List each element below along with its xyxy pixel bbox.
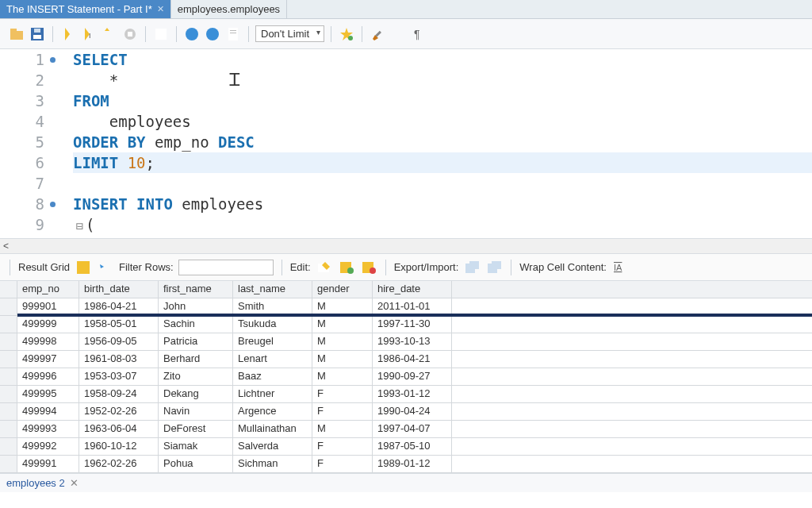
row-selector[interactable] — [0, 438, 17, 455]
edit-row-icon[interactable] — [316, 259, 333, 276]
table-cell[interactable]: Siamak — [159, 438, 233, 455]
word-wrap-icon[interactable] — [431, 25, 448, 43]
table-cell[interactable]: 1986-04-21 — [373, 351, 452, 368]
table-cell[interactable]: Zito — [159, 368, 233, 385]
table-cell[interactable]: Lichtner — [233, 386, 312, 402]
result-grid[interactable]: emp_nobirth_datefirst_namelast_namegende… — [0, 281, 812, 473]
table-cell[interactable]: Lenart — [233, 351, 312, 368]
table-cell[interactable]: 1952-02-26 — [79, 403, 159, 420]
row-selector[interactable] — [0, 351, 17, 368]
rollback-icon[interactable] — [204, 25, 221, 43]
table-cell[interactable]: 499996 — [17, 368, 79, 385]
grid-view-icon[interactable] — [75, 259, 92, 276]
refresh-icon[interactable] — [97, 259, 114, 276]
limit-rows-select[interactable]: Don't Limit — [255, 25, 324, 42]
row-selector[interactable] — [0, 298, 17, 315]
table-row[interactable]: 4999931963-06-04DeForestMullainathanM199… — [0, 421, 812, 438]
row-selector[interactable] — [0, 386, 17, 402]
editor-hscrollbar[interactable]: < — [0, 238, 812, 254]
table-cell[interactable]: 499997 — [17, 351, 79, 368]
table-cell[interactable]: 1997-11-30 — [373, 316, 452, 333]
code-line[interactable] — [73, 173, 812, 194]
table-cell[interactable]: DeForest — [159, 421, 233, 437]
table-cell[interactable]: Baaz — [233, 368, 312, 385]
row-selector[interactable] — [0, 403, 17, 420]
open-file-icon[interactable] — [8, 25, 25, 43]
row-selector[interactable] — [0, 333, 17, 350]
execute-icon[interactable] — [59, 25, 77, 43]
table-cell[interactable]: Salverda — [233, 438, 312, 455]
table-cell[interactable]: 499993 — [17, 421, 79, 437]
table-cell[interactable]: M — [312, 333, 373, 350]
save-icon[interactable] — [29, 25, 46, 43]
table-cell[interactable]: Argence — [233, 403, 312, 420]
table-row[interactable]: 4999961953-03-07ZitoBaazM1990-09-27 — [0, 368, 812, 386]
fold-icon[interactable]: ⊟ — [73, 216, 86, 237]
row-selector[interactable] — [0, 421, 17, 437]
table-cell[interactable]: 1958-09-24 — [79, 386, 159, 402]
table-cell[interactable]: M — [312, 368, 373, 385]
table-cell[interactable]: 1960-10-12 — [79, 438, 159, 455]
table-cell[interactable]: 499998 — [17, 333, 79, 350]
table-cell[interactable]: 999901 — [17, 298, 79, 315]
table-row[interactable]: 4999941952-02-26NavinArgenceF1990-04-24 — [0, 403, 812, 421]
add-row-icon[interactable] — [338, 259, 355, 276]
table-cell[interactable]: Sichman — [233, 456, 312, 472]
table-cell[interactable]: Navin — [159, 403, 233, 420]
table-cell[interactable]: Berhard — [159, 351, 233, 368]
table-cell[interactable]: Breugel — [233, 333, 312, 350]
snippet-icon[interactable] — [224, 25, 242, 43]
toggle-autocommit-icon[interactable] — [152, 25, 170, 43]
import-icon[interactable] — [485, 259, 503, 276]
table-cell[interactable]: 499994 — [17, 403, 79, 420]
table-cell[interactable]: 1990-04-24 — [373, 403, 452, 420]
table-cell[interactable]: 499992 — [17, 438, 79, 455]
table-cell[interactable]: Patricia — [159, 333, 233, 350]
wrap-cell-icon[interactable]: IA — [611, 259, 629, 276]
table-cell[interactable]: 1956-09-05 — [79, 333, 159, 350]
tab-employees-table[interactable]: employees.employees — [171, 0, 287, 18]
find-icon[interactable] — [389, 25, 407, 43]
table-cell[interactable]: F — [312, 438, 373, 455]
table-cell[interactable]: M — [312, 421, 373, 437]
column-header[interactable]: emp_no — [17, 281, 79, 298]
table-cell[interactable]: Dekang — [159, 386, 233, 402]
table-cell[interactable]: F — [312, 456, 373, 472]
table-row[interactable]: 4999991958-05-01SachinTsukudaM1997-11-30 — [0, 316, 812, 333]
pilcrow-icon[interactable]: ¶ — [410, 25, 427, 43]
table-cell[interactable]: 1986-04-21 — [79, 298, 159, 315]
result-tab-employees-2[interactable]: employees 2 ✕ — [0, 477, 85, 489]
close-icon[interactable]: ✕ — [157, 4, 164, 14]
table-cell[interactable]: 1962-02-26 — [79, 456, 159, 472]
table-row[interactable]: 4999981956-09-05PatriciaBreugelM1993-10-… — [0, 333, 812, 351]
table-cell[interactable]: F — [312, 386, 373, 402]
code-line[interactable]: ⊟( — [73, 214, 812, 235]
scroll-left-icon[interactable]: < — [3, 241, 9, 252]
explain-icon[interactable] — [101, 25, 118, 43]
code-line[interactable]: employees — [73, 111, 812, 132]
table-cell[interactable]: 1953-03-07 — [79, 368, 159, 385]
table-row[interactable]: 4999921960-10-12SiamakSalverdaF1987-05-1… — [0, 438, 812, 456]
table-cell[interactable]: M — [312, 316, 373, 333]
table-cell[interactable]: Pohua — [159, 456, 233, 472]
table-cell[interactable]: M — [312, 298, 373, 315]
execute-current-icon[interactable]: I — [80, 25, 98, 43]
commit-icon[interactable] — [183, 25, 201, 43]
code-line[interactable]: INSERT INTO employees — [73, 194, 812, 214]
table-cell[interactable]: Sachin — [159, 316, 233, 333]
beautify-icon[interactable] — [338, 25, 355, 43]
table-cell[interactable]: 1990-09-27 — [373, 368, 452, 385]
table-cell[interactable]: 499999 — [17, 316, 79, 333]
table-cell[interactable]: 499991 — [17, 456, 79, 472]
table-cell[interactable]: John — [159, 298, 233, 315]
column-header[interactable]: first_name — [159, 281, 233, 298]
table-cell[interactable]: F — [312, 403, 373, 420]
table-row[interactable]: 9999011986-04-21JohnSmithM2011-01-01 — [0, 298, 812, 316]
filter-rows-input[interactable] — [178, 260, 274, 275]
table-cell[interactable]: 1993-01-12 — [373, 386, 452, 402]
row-selector[interactable] — [0, 456, 17, 472]
sql-editor[interactable]: 123456789 SELECT *ᏆFROM employeesORDER B… — [0, 49, 812, 238]
row-selector-header[interactable] — [0, 281, 17, 298]
column-header[interactable]: hire_date — [373, 281, 452, 298]
code-line[interactable]: SELECT — [73, 49, 812, 70]
